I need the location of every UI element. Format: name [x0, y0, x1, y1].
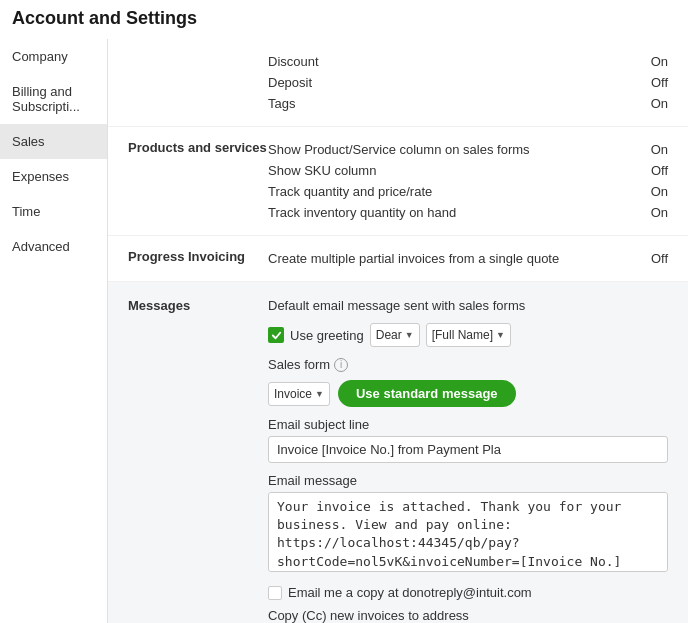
info-icon[interactable]: i — [334, 358, 348, 372]
sidebar-item-time[interactable]: Time — [0, 194, 107, 229]
messages-section: Messages Default email message sent with… — [108, 282, 688, 623]
setting-value-progress-invoicing: Off — [638, 251, 668, 266]
setting-row-deposit: Deposit Off — [268, 72, 668, 93]
email-message-label: Email message — [268, 473, 668, 488]
use-greeting-checkbox[interactable] — [268, 327, 284, 343]
sidebar-item-sales[interactable]: Sales — [0, 124, 107, 159]
sidebar-item-billing[interactable]: Billing and Subscripti... — [0, 74, 107, 124]
use-greeting-row: Use greeting Dear ▼ [Full Name] ▼ — [268, 323, 668, 347]
setting-row-track-qty: Track quantity and price/rate On — [268, 181, 668, 202]
setting-value-sku: Off — [638, 163, 668, 178]
setting-row-discount: Discount On — [268, 51, 668, 72]
copy-cc-label: Copy (Cc) new invoices to address — [268, 608, 668, 623]
form-controls-row: Invoice ▼ Use standard message — [268, 380, 668, 407]
invoice-dropdown[interactable]: Invoice ▼ — [268, 382, 330, 406]
setting-row-tags: Tags On — [268, 93, 668, 114]
setting-value-track-inventory: On — [638, 205, 668, 220]
setting-value-discount: On — [638, 54, 668, 69]
setting-value-track-qty: On — [638, 184, 668, 199]
messages-desc: Default email message sent with sales fo… — [268, 298, 668, 313]
full-name-dropdown[interactable]: [Full Name] ▼ — [426, 323, 511, 347]
email-copy-label: Email me a copy at donotreply@intuit.com — [288, 585, 532, 600]
setting-name-deposit: Deposit — [268, 75, 312, 90]
setting-value-deposit: Off — [638, 75, 668, 90]
email-subject-label: Email subject line — [268, 417, 668, 432]
sales-form-row: Sales form i — [268, 357, 668, 372]
setting-row-progress-invoicing: Create multiple partial invoices from a … — [268, 248, 668, 269]
sidebar: Company Billing and Subscripti... Sales … — [0, 39, 108, 623]
sidebar-item-company[interactable]: Company — [0, 39, 107, 74]
setting-name-progress-invoicing: Create multiple partial invoices from a … — [268, 251, 559, 266]
progress-invoicing-section: Progress Invoicing Create multiple parti… — [108, 236, 688, 282]
sales-form-label: Sales form i — [268, 357, 348, 372]
setting-name-discount: Discount — [268, 54, 319, 69]
sidebar-item-advanced[interactable]: Advanced — [0, 229, 107, 264]
email-copy-row: Email me a copy at donotreply@intuit.com — [268, 585, 668, 600]
dear-dropdown[interactable]: Dear ▼ — [370, 323, 420, 347]
email-subject-input[interactable] — [268, 436, 668, 463]
top-settings-section: Discount On Deposit Off Tags On — [108, 39, 688, 127]
setting-row-product-column: Show Product/Service column on sales for… — [268, 139, 668, 160]
email-message-textarea[interactable]: Your invoice is attached. Thank you for … — [268, 492, 668, 572]
setting-name-sku: Show SKU column — [268, 163, 376, 178]
setting-value-product-column: On — [638, 142, 668, 157]
setting-value-tags: On — [638, 96, 668, 111]
setting-row-track-inventory: Track inventory quantity on hand On — [268, 202, 668, 223]
setting-name-track-qty: Track quantity and price/rate — [268, 184, 432, 199]
main-content: Discount On Deposit Off Tags On Products… — [108, 39, 688, 623]
sidebar-item-expenses[interactable]: Expenses — [0, 159, 107, 194]
use-standard-message-button[interactable]: Use standard message — [338, 380, 516, 407]
email-copy-checkbox[interactable] — [268, 586, 282, 600]
setting-name-track-inventory: Track inventory quantity on hand — [268, 205, 456, 220]
setting-name-product-column: Show Product/Service column on sales for… — [268, 142, 530, 157]
setting-name-tags: Tags — [268, 96, 295, 111]
products-services-section: Products and services Show Product/Servi… — [108, 127, 688, 236]
page-title: Account and Settings — [0, 0, 688, 39]
setting-row-sku: Show SKU column Off — [268, 160, 668, 181]
use-greeting-label: Use greeting — [290, 328, 364, 343]
